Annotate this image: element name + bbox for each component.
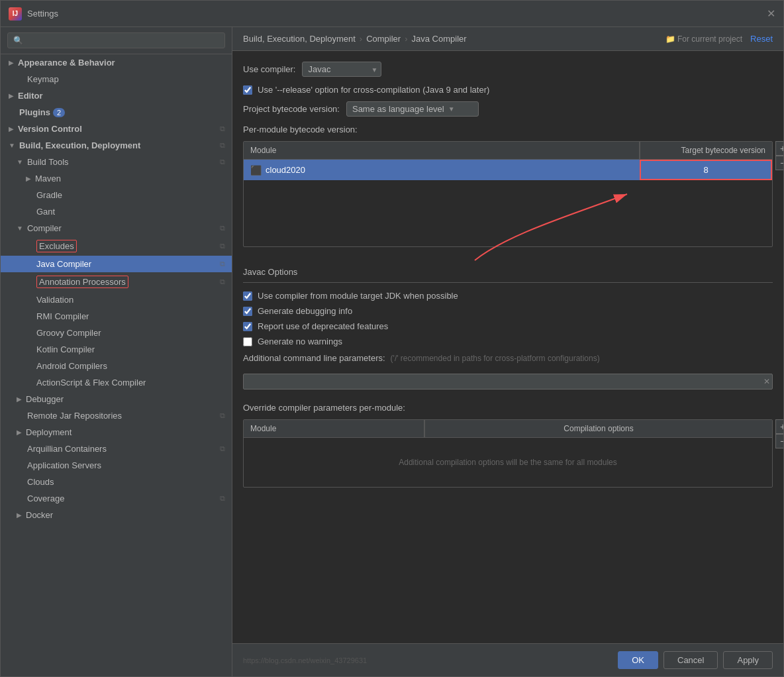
cmd-hint: ('/' recommended in paths for cross-plat… — [391, 354, 600, 363]
javac-cb4-row: Generate no warnings — [243, 337, 773, 346]
for-current-project: 📁 For current project — [665, 34, 742, 44]
sidebar-item-coverage[interactable]: Coverage⧉ — [1, 490, 232, 507]
bytecode-version-row: Project bytecode version: Same as langua… — [243, 101, 773, 117]
reset-link[interactable]: Reset — [750, 34, 773, 44]
sidebar-item-groovy-compiler[interactable]: Groovy Compiler — [1, 325, 232, 341]
sidebar-item-build-exec[interactable]: ▼Build, Execution, Deployment⧉ — [1, 137, 232, 154]
apply-button[interactable]: Apply — [723, 651, 773, 669]
right-panel: Build, Execution, Deployment › Compiler … — [232, 27, 783, 676]
sidebar-item-annotation-processors[interactable]: Annotation Processors⧉ — [1, 272, 232, 291]
javac-cb2-label: Generate debugging info — [258, 306, 352, 316]
sidebar-item-gant[interactable]: Gant — [1, 203, 232, 220]
cancel-button[interactable]: Cancel — [663, 651, 718, 669]
sidebar-item-docker[interactable]: ▶Docker — [1, 507, 232, 523]
sidebar-item-appearance[interactable]: ▶Appearance & Behavior — [1, 54, 232, 71]
cmd-row: Additional command line parameters: ('/'… — [243, 353, 773, 363]
sidebar-item-label: Excludes — [36, 240, 77, 252]
cmd-input-wrapper: ✕ — [243, 374, 773, 390]
sidebar-item-build-tools[interactable]: ▼Build Tools⧉ — [1, 154, 232, 170]
compiler-select[interactable]: Javac — [302, 62, 381, 77]
sidebar-item-compiler[interactable]: ▼Compiler⧉ — [1, 220, 232, 236]
add-row-button[interactable]: + — [775, 141, 783, 156]
sidebar-item-deployment[interactable]: ▶Deployment — [1, 424, 232, 441]
javac-options-section: Javac Options Use compiler from module t… — [243, 267, 773, 390]
per-module-table-wrapper: Module Target bytecode version ⬛ cloud20… — [243, 141, 773, 247]
expand-arrow-icon: ▼ — [17, 158, 23, 166]
copy-icon: ⧉ — [220, 224, 225, 233]
override-remove-button[interactable]: − — [775, 434, 783, 448]
sidebar-item-java-compiler[interactable]: Java Compiler⧉ — [1, 256, 232, 272]
breadcrumb-part1: Build, Execution, Deployment — [243, 34, 356, 44]
override-table: Module Compilation options Additional co… — [243, 419, 773, 488]
sidebar: ▶Appearance & BehaviorKeymap▶EditorPlugi… — [1, 27, 232, 676]
sidebar-item-kotlin-compiler[interactable]: Kotlin Compiler — [1, 341, 232, 358]
sidebar-item-maven[interactable]: ▶Maven — [1, 170, 232, 187]
javac-cb2-row: Generate debugging info — [243, 306, 773, 316]
compiler-select-wrapper: Javac ▼ — [302, 62, 381, 77]
sidebar-item-excludes[interactable]: Excludes⧉ — [1, 236, 232, 256]
javac-cb1-label: Use compiler from module target JDK when… — [258, 291, 458, 301]
javac-cb4-label: Generate no warnings — [258, 337, 342, 346]
sidebar-item-label: RMI Compiler — [36, 311, 89, 321]
sidebar-item-editor[interactable]: ▶Editor — [1, 87, 232, 104]
javac-cb4[interactable] — [243, 337, 252, 346]
sidebar-item-label: Debugger — [26, 394, 64, 404]
expand-arrow-icon: ▶ — [9, 59, 14, 66]
sidebar-item-label: Plugins — [19, 107, 50, 117]
cmd-clear-icon[interactable]: ✕ — [763, 377, 770, 386]
sidebar-item-rmi-compiler[interactable]: RMI Compiler — [1, 308, 232, 325]
bytecode-dropdown-arrow-icon: ▼ — [448, 105, 455, 113]
sidebar-item-label: Docker — [26, 510, 53, 520]
sidebar-item-label: Validation — [36, 295, 74, 305]
override-col-options: Compilation options — [424, 420, 772, 437]
panel-content: Use compiler: Javac ▼ Use '--release' op… — [232, 51, 783, 643]
sidebar-item-actionscript-compiler[interactable]: ActionScript & Flex Compiler — [1, 374, 232, 391]
table-row-cloud2020[interactable]: ⬛ cloud2020 8 — [244, 160, 772, 180]
javac-cb3[interactable] — [243, 322, 252, 331]
target-version-cell[interactable]: 8 — [640, 160, 772, 180]
sidebar-item-label: Build Tools — [27, 157, 69, 167]
title-bar: IJ Settings ✕ — [1, 1, 783, 27]
sidebar-item-app-servers[interactable]: Application Servers — [1, 457, 232, 474]
sidebar-item-plugins[interactable]: Plugins2 — [1, 104, 232, 121]
javac-cb1-row: Use compiler from module target JDK when… — [243, 291, 773, 301]
javac-cb1[interactable] — [243, 291, 252, 301]
javac-cb2[interactable] — [243, 307, 252, 316]
sidebar-item-label: Annotation Processors — [36, 276, 128, 288]
search-box — [1, 27, 232, 54]
sidebar-item-arquillian[interactable]: Arquillian Containers⧉ — [1, 441, 232, 457]
sidebar-item-label: Gant — [36, 207, 55, 217]
sidebar-item-clouds[interactable]: Clouds — [1, 474, 232, 490]
close-button[interactable]: ✕ — [767, 7, 775, 20]
sidebar-item-remote-jar[interactable]: Remote Jar Repositories⧉ — [1, 407, 232, 424]
sidebar-item-validation[interactable]: Validation — [1, 291, 232, 308]
sidebar-item-android-compilers[interactable]: Android Compilers — [1, 358, 232, 374]
sidebar-item-version-control[interactable]: ▶Version Control⧉ — [1, 121, 232, 137]
override-table-wrapper: Module Compilation options Additional co… — [243, 419, 773, 488]
sidebar-item-keymap[interactable]: Keymap — [1, 71, 232, 87]
per-module-label: Per-module bytecode version: — [243, 125, 773, 134]
cmd-input[interactable] — [243, 374, 773, 390]
col-target-header: Target bytecode version — [640, 142, 772, 159]
copy-icon: ⧉ — [220, 125, 225, 133]
sidebar-item-label: Editor — [18, 91, 43, 101]
bytecode-version-dropdown[interactable]: Same as language level ▼ — [346, 101, 479, 117]
ok-button[interactable]: OK — [618, 651, 658, 669]
search-input[interactable] — [7, 32, 225, 48]
badge: 2 — [53, 108, 65, 117]
javac-cb3-row: Report use of deprecated features — [243, 321, 773, 331]
sidebar-item-gradle[interactable]: Gradle — [1, 187, 232, 203]
sidebar-item-debugger[interactable]: ▶Debugger — [1, 391, 232, 407]
target-version-value: 8 — [703, 165, 708, 175]
remove-row-button[interactable]: − — [775, 156, 783, 170]
expand-arrow-icon: ▶ — [26, 175, 31, 182]
copy-icon: ⧉ — [220, 242, 225, 250]
app-icon: IJ — [9, 7, 22, 21]
module-name: cloud2020 — [266, 165, 305, 175]
use-compiler-row: Use compiler: Javac ▼ — [243, 62, 773, 77]
release-checkbox[interactable] — [243, 85, 252, 95]
table-side-buttons: + − — [775, 141, 783, 170]
sidebar-item-label: Java Compiler — [36, 259, 91, 269]
window-title: Settings — [27, 9, 767, 19]
override-add-button[interactable]: + — [775, 419, 783, 434]
